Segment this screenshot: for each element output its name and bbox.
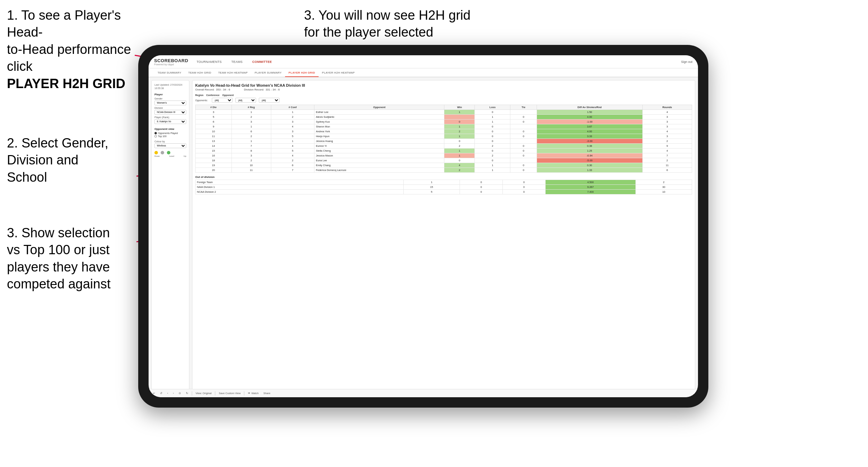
app-container: SCOREBOARD Powered by clippd TOURNAMENTS… [149,55,698,397]
filter-selects-row: Opponents: (All) (All) (All) [195,98,692,103]
gender-select[interactable]: Women's Men's [154,101,186,105]
cell-opponent: Jessica Huang [314,139,444,144]
cell-tie: 0 [510,163,537,168]
share-btn[interactable]: Share [262,391,272,395]
cell-diff: 1.50 [537,110,642,115]
radio-dot-played [154,132,157,134]
cell-rounds: 4 [642,149,692,153]
nav-teams[interactable]: TEAMS [230,59,244,64]
cell-reg: 1 [232,139,271,144]
refresh-btn[interactable]: ↻ [185,391,190,395]
cell-opponent: Sharon Mun [314,124,444,129]
forward-btn[interactable]: › [172,391,176,395]
cell-tie [510,158,537,163]
sub-nav-player-h2h-grid[interactable]: PLAYER H2H GRID [285,69,319,77]
save-custom-view-btn[interactable]: Save Custom View [217,391,242,395]
cell-loss: 0 [475,129,510,134]
sub-nav-team-h2h-heatmap[interactable]: TEAM H2H HEATMAP [215,69,251,77]
cell-opponent: Federica Domecq Lacroze [314,168,444,173]
sub-nav-team-summary[interactable]: TEAM SUMMARY [154,69,185,77]
filter-conference: Conference [206,94,220,96]
sign-out[interactable]: Sign out [681,60,692,64]
nav-tournaments[interactable]: TOURNAMENTS [195,59,223,64]
logo-text: SCOREBOARD [154,58,188,63]
cell-out-diff: 7.400 [545,190,635,194]
sub-nav-player-h2h-heatmap[interactable]: PLAYER H2H HEATMAP [319,69,358,77]
dot-level [161,151,164,154]
redo-btn[interactable]: ↺ [159,391,164,395]
logo-sub: Powered by clippd [154,63,188,66]
tablet-screen: SCOREBOARD Powered by clippd TOURNAMENTS… [149,55,698,397]
cell-loss: 0 [475,124,510,129]
cell-tie [510,110,537,115]
colour-dots [154,151,186,154]
cell-rounds: 3 [642,115,692,120]
cell-div: 9 [196,124,232,129]
cell-out-tie: 0 [502,190,545,194]
cell-out-rounds: 2 [635,180,692,185]
out-table-row: NAIA Division 1 15 0 0 9.267 30 [196,185,692,190]
cell-tie [510,124,537,129]
player-rank-select[interactable]: 8. Katelyn Vo [154,119,186,124]
cell-diff: 4.00 [537,115,642,120]
player-rank-label: Player (Rank) [154,116,186,118]
back-btn[interactable]: ‹ [166,391,170,395]
cell-rounds: 11 [642,163,692,168]
sub-nav-player-summary[interactable]: PLAYER SUMMARY [251,69,285,77]
sub-nav-team-h2h-grid[interactable]: TEAM H2H GRID [185,69,215,77]
cell-conf: 1 [271,139,314,144]
cell-out-opponent: Foreign Team [196,180,404,185]
table-row: 14 7 4 Eunice Yi 2 2 0 0.38 9 [196,144,692,149]
cell-reg: 3 [232,120,271,124]
radio-opponents-played[interactable]: Opponents Played [154,132,186,134]
cell-loss: 0 [475,158,510,163]
cell-reg: 2 [232,115,271,120]
cell-loss: 0 [475,139,510,144]
gender-label: Gender [154,97,186,100]
cell-loss: 2 [475,153,510,158]
col-loss: Loss [475,105,510,110]
cell-diff: 1.33 [537,168,642,173]
cell-diff: 4.00 [537,129,642,134]
table-row: 13 1 1 Jessica Huang 0 0 -3.00 2 [196,139,692,144]
cell-loss: 1 [475,115,510,120]
opponent-filter-select[interactable]: (All) [259,98,280,103]
cell-reg: 8 [232,149,271,153]
cell-reg: 11 [232,168,271,173]
cell-rounds: 9 [642,144,692,149]
home-btn[interactable]: ⊙ [177,391,182,395]
cell-loss: 1 [475,120,510,124]
watch-btn[interactable]: 👁 Watch [246,391,260,395]
out-of-division-header: Out of division [195,175,692,179]
cell-out-loss: 0 [460,180,503,185]
conference-filter-select[interactable]: (All) [235,98,256,103]
colour-legend: Colour by Win/loss Down Level Up [154,140,186,157]
nav-items: TOURNAMENTS TEAMS COMMITTEE [195,59,681,64]
view-original-btn[interactable]: View: Original [194,391,213,395]
cell-out-win: 15 [404,185,460,190]
cell-diff: 3.33 [537,134,642,139]
cell-conf: 5 [271,134,314,139]
grid-records: Overall Record: 353 - 34 - 6 Division Re… [195,88,692,91]
cell-out-win: 5 [404,190,460,194]
cell-conf: 6 [271,163,314,168]
table-row: 10 6 3 Andrea York 2 0 0 4.00 4 [196,129,692,134]
nav-right: Sign out [681,60,692,64]
cell-div: 10 [196,129,232,134]
table-row: 5 2 2 Alexis Sudjianto 1 0 4.00 3 [196,115,692,120]
undo-btn[interactable]: ↩ [151,391,157,395]
colour-by-select[interactable]: Win/loss [154,143,186,148]
division-select[interactable]: NCAA Division III [154,110,186,115]
radio-top100[interactable]: Top 100 [154,135,186,137]
nav-committee[interactable]: COMMITTEE [251,59,273,64]
cell-reg: 6 [232,129,271,134]
colour-labels: Down Level Up [154,155,186,157]
out-table-row: Foreign Team 1 0 0 4.500 2 [196,180,692,185]
table-row: 16 3 4 Jessica Mason 1 2 0 -0.94 7 [196,153,692,158]
overall-record: Overall Record: 353 - 34 - 6 [195,88,230,91]
filter-region: Region [195,94,204,96]
cell-out-opponent: NAIA Division 1 [196,185,404,190]
opponents-filter-select[interactable]: (All) [212,98,233,103]
cell-rounds: 2 [642,139,692,144]
cell-conf: 5 [271,149,314,153]
